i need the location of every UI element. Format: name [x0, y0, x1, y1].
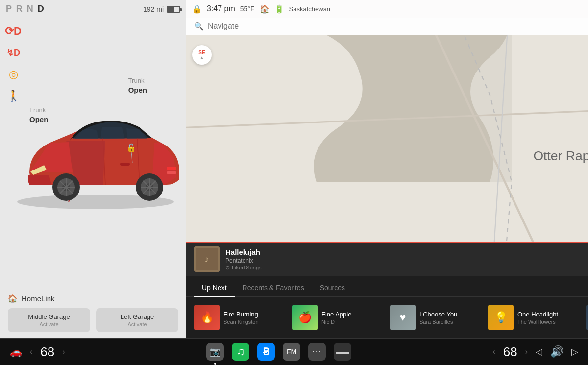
lock-icon: 🔒 [192, 4, 202, 14]
taskbar-right: ‹ 68 › ◁ 🔊 ▷ [492, 344, 578, 360]
prnd-display: P R N D [6, 4, 45, 14]
battery-status-icon: 🔋 [274, 4, 284, 14]
music-artist: The Wallflowers [517, 319, 578, 325]
car-svg: 🔓 ⚡ [0, 94, 186, 212]
source-icon: ⊙ [225, 265, 230, 271]
music-artist: Sean Kingston [223, 319, 284, 325]
music-item[interactable]: 💡 One Headlight The Wallflowers [484, 302, 582, 333]
left-panel: P R N D 192 mi ⟳D ↯D ◎ 🚶 Frunk Open Trun… [0, 0, 186, 338]
music-player: ♪ Hallelujah Pentatonix ⊙ Liked Songs ♡ … [186, 242, 588, 276]
main-content: P R N D 192 mi ⟳D ↯D ◎ 🚶 Frunk Open Trun… [0, 0, 588, 338]
volume-icon[interactable]: ◁ [536, 346, 542, 357]
middle-garage-label: Middle Garage [13, 313, 85, 320]
time-display: 3:47 pm [207, 4, 235, 13]
music-thumb: 🔥 [194, 305, 220, 330]
music-meta: Fire Burning Sean Kingston [223, 311, 284, 325]
music-thumb: 🎵 [586, 305, 588, 330]
more-app-icon[interactable]: ··· [308, 343, 326, 361]
track-source: ⊙ Liked Songs [225, 265, 588, 271]
map-header: 🔒 3:47 pm 55°F 🏠 🔋 Saskatchewan PASSENGE… [186, 0, 588, 18]
location-display: Saskatchewan [289, 5, 331, 13]
source-label: Liked Songs [232, 265, 262, 270]
homelink-section: 🏠 HomeLink Middle Garage Activate Left G… [0, 288, 186, 338]
dvr-app-icon[interactable]: ▬▬ [334, 343, 351, 361]
music-artist: Nic D [321, 319, 382, 325]
music-item[interactable]: 🎵 I'll Stand by You Idina Menzel [582, 302, 588, 333]
homelink-buttons: Middle Garage Activate Left Garage Activ… [8, 308, 178, 332]
left-garage-label: Left Garage [101, 313, 173, 320]
music-library: Up Next Recents & Favorites Sources 🔥 Fi… [186, 276, 588, 338]
camera-app-icon[interactable]: 📷 [206, 343, 224, 361]
music-item[interactable]: ♥ I Choose You Sara Bareilles [386, 302, 484, 333]
map-svg: Albany Waskaganish Moosonee Otter Rapids… [186, 35, 588, 242]
music-title: I Choose You [419, 311, 480, 318]
music-item[interactable]: 🔥 Fire Burning Sean Kingston [190, 302, 288, 333]
frunk-label: Frunk Open [29, 106, 48, 124]
map-header-left: 🔒 3:47 pm 55°F 🏠 🔋 Saskatchewan [192, 4, 330, 14]
svg-text:♪: ♪ [205, 254, 209, 264]
svg-text:Otter Rapids: Otter Rapids [533, 148, 588, 163]
music-thumb: ♥ [390, 305, 416, 330]
radio-app-icon[interactable]: FM [283, 343, 300, 361]
middle-garage-sub: Activate [13, 321, 85, 327]
music-meta: Fine Apple Nic D [321, 311, 382, 325]
track-artist: Pentatonix [225, 257, 588, 264]
speed-left-chevron[interactable]: ‹ [30, 347, 32, 356]
library-tabs: Up Next Recents & Favorites Sources [186, 276, 588, 297]
battery-icon [167, 6, 180, 13]
taskbar-center: 📷 ♫ Ƀ FM ··· ▬▬ [206, 343, 351, 361]
tab-sources[interactable]: Sources [312, 281, 353, 296]
car-icon[interactable]: 🚗 [10, 346, 22, 358]
map-search-bar: 🔍 [186, 18, 588, 35]
map-area[interactable]: Albany Waskaganish Moosonee Otter Rapids… [186, 35, 588, 242]
music-thumb: 🍎 [292, 305, 318, 330]
volume-right-icon[interactable]: ▷ [571, 346, 578, 357]
music-title: One Headlight [517, 311, 578, 318]
svg-text:🔓: 🔓 [126, 143, 136, 152]
navigate-input[interactable] [208, 22, 588, 31]
range-display: 192 mi [143, 5, 180, 13]
speed-left: 68 [40, 344, 54, 360]
music-thumb: 💡 [488, 305, 514, 330]
album-art-inner: ♪ [194, 246, 220, 272]
track-title: Hallelujah [225, 248, 588, 256]
speed-right: 68 [503, 344, 517, 360]
homelink-icon: 🏠 [8, 294, 18, 303]
search-icon: 🔍 [194, 22, 204, 31]
svg-rect-6 [167, 171, 176, 174]
middle-garage-button[interactable]: Middle Garage Activate [8, 308, 90, 332]
homelink-header: 🏠 HomeLink [8, 294, 178, 303]
left-top-bar: P R N D 192 mi [0, 0, 186, 18]
taskbar-left: 🚗 ‹ 68 › [10, 344, 65, 360]
volume-up-icon[interactable]: 🔊 [550, 345, 564, 358]
music-grid: 🔥 Fire Burning Sean Kingston 🍎 Fine Appl… [186, 297, 588, 338]
homelink-title: HomeLink [22, 294, 55, 303]
music-meta: I Choose You Sara Bareilles [419, 311, 480, 325]
speed-right-chevron-right[interactable]: › [525, 347, 528, 356]
range-value: 192 mi [143, 5, 164, 13]
bluetooth-app-icon[interactable]: Ƀ [257, 343, 275, 361]
music-title: Fine Apple [321, 311, 382, 318]
tab-recents[interactable]: Recents & Favorites [235, 281, 312, 296]
svg-rect-3 [120, 163, 130, 166]
music-item[interactable]: 🍎 Fine Apple Nic D [288, 302, 386, 333]
music-meta: One Headlight The Wallflowers [517, 311, 578, 325]
taskbar: 🚗 ‹ 68 › 📷 ♫ Ƀ FM ··· ▬▬ ‹ 68 › ◁ 🔊 ▷ [0, 338, 588, 365]
tab-up-next[interactable]: Up Next [194, 281, 235, 296]
left-garage-button[interactable]: Left Garage Activate [96, 308, 178, 332]
car-area: Frunk Open Trunk Open [0, 18, 186, 288]
speed-right-chevron-left[interactable]: ‹ [492, 347, 495, 356]
track-info: Hallelujah Pentatonix ⊙ Liked Songs [225, 248, 588, 271]
temp-display: 55°F [240, 5, 255, 13]
right-panel: 🔒 3:47 pm 55°F 🏠 🔋 Saskatchewan PASSENGE… [186, 0, 588, 338]
left-garage-sub: Activate [101, 321, 173, 327]
svg-rect-5 [167, 167, 176, 170]
trunk-label: Trunk Open [128, 77, 147, 95]
compass-button[interactable]: SE ▲ [192, 45, 212, 65]
spotify-app-icon[interactable]: ♫ [232, 343, 249, 361]
speed-left-chevron-right[interactable]: › [62, 347, 65, 356]
music-artist: Sara Bareilles [419, 319, 480, 325]
album-art: ♪ [194, 246, 220, 272]
home-icon[interactable]: 🏠 [260, 4, 270, 14]
music-title: Fire Burning [223, 311, 284, 318]
